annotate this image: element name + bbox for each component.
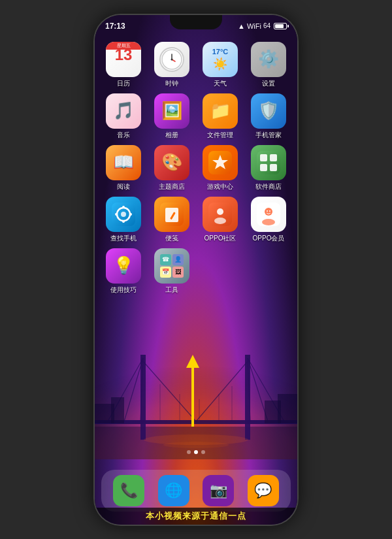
app-label-notes: 便笺	[165, 234, 178, 243]
app-calendar[interactable]: 星期五 13 日历	[101, 42, 146, 88]
page-dot-1	[187, 450, 191, 454]
svg-rect-33	[260, 164, 267, 171]
svg-marker-54	[186, 355, 199, 368]
svg-point-40	[115, 213, 118, 216]
app-label-tools: 工具	[165, 286, 178, 295]
app-oppomember[interactable]: OPPO会员	[246, 197, 291, 243]
app-oppocommunity[interactable]: OPPO社区	[198, 197, 242, 243]
app-settings[interactable]: ⚙️ 设置	[246, 42, 291, 88]
app-label-oppocommunity: OPPO社区	[204, 234, 237, 243]
svg-rect-21	[278, 394, 297, 423]
themes-palette-icon: 🎨	[161, 152, 182, 172]
svg-rect-19	[111, 397, 124, 423]
app-tools[interactable]: ☎ 👤 📅 🖼 工具	[150, 248, 194, 295]
sms-icon: 💬	[254, 482, 272, 499]
svg-point-23	[163, 442, 229, 448]
app-security[interactable]: 🛡️ 手机管家	[246, 93, 291, 140]
status-time: 17:13	[105, 22, 125, 31]
dock-browser[interactable]: 🌐	[158, 475, 189, 506]
dock-camera[interactable]: 📷	[203, 475, 234, 506]
svg-point-46	[217, 208, 223, 215]
page-dot-2	[194, 450, 198, 454]
signal-icon: ▲	[238, 22, 245, 30]
app-label-read: 阅读	[117, 182, 130, 191]
svg-point-39	[122, 220, 125, 223]
app-themes[interactable]: 🎨 主题商店	[150, 145, 194, 191]
yellow-arrow	[183, 355, 203, 433]
app-tips[interactable]: 💡 使用技巧	[101, 248, 146, 295]
dock-sms[interactable]: 💬	[248, 475, 279, 506]
app-label-appstore: 软件商店	[255, 182, 282, 191]
page-dots	[95, 450, 297, 454]
app-label-tips: 使用技巧	[110, 286, 137, 295]
weather-sun-icon: ☀️	[213, 57, 227, 71]
gallery-photo-icon: 🖼️	[161, 101, 182, 121]
app-label-security: 手机管家	[255, 131, 282, 140]
dock-phone[interactable]: 📞	[113, 475, 144, 506]
app-grid: 星期五 13 日历 时钟	[95, 38, 297, 299]
weather-temp: 17°C	[212, 48, 229, 56]
app-music[interactable]: 🎵 音乐	[101, 93, 146, 140]
svg-rect-43	[165, 208, 178, 222]
tools-folder-grid: ☎ 👤 📅 🖼	[160, 254, 184, 278]
read-book-icon: 📖	[113, 152, 134, 172]
app-label-calendar: 日历	[117, 79, 130, 88]
wifi-icon: WiFi	[247, 22, 261, 30]
phone-screen: 17:13 ▲ WiFi 64 星期五 13 日历	[95, 15, 297, 525]
svg-point-27	[171, 58, 173, 60]
svg-rect-34	[270, 164, 277, 171]
svg-point-38	[122, 206, 125, 208]
app-label-weather: 天气	[214, 79, 227, 88]
app-label-findphone: 查找手机	[110, 234, 137, 243]
app-read[interactable]: 📖 阅读	[101, 145, 146, 191]
battery-label: 64	[263, 22, 270, 29]
camera-icon: 📷	[210, 482, 227, 499]
app-label-files: 文件管理	[207, 131, 233, 140]
clock-face	[159, 47, 184, 72]
svg-point-49	[265, 208, 272, 216]
bottom-caption: 本小视频来源于通信一点	[95, 508, 297, 525]
app-label-settings: 设置	[262, 79, 275, 88]
svg-rect-32	[270, 154, 277, 161]
app-label-clock: 时钟	[165, 79, 178, 88]
phone-icon: 📞	[120, 482, 138, 499]
files-folder-icon: 📁	[210, 101, 231, 121]
app-games[interactable]: 游戏中心	[198, 145, 242, 191]
page-dot-3	[201, 450, 205, 454]
app-findphone[interactable]: 查找手机	[101, 197, 146, 243]
svg-point-37	[121, 212, 126, 217]
browser-icon: 🌐	[165, 482, 182, 499]
app-label-themes: 主题商店	[159, 182, 185, 191]
svg-rect-31	[260, 154, 267, 161]
app-clock[interactable]: 时钟	[150, 42, 194, 88]
svg-rect-30	[257, 151, 280, 174]
svg-point-41	[129, 213, 132, 216]
settings-gear-icon: ⚙️	[258, 49, 279, 69]
security-shield-icon: 🛡️	[258, 101, 279, 121]
app-label-games: 游戏中心	[207, 182, 233, 191]
app-label-gallery: 相册	[165, 131, 178, 140]
calendar-header: 星期五	[106, 42, 141, 50]
svg-point-51	[267, 210, 268, 212]
app-label-oppomember: OPPO会员	[253, 234, 285, 243]
app-label-music: 音乐	[117, 131, 130, 140]
music-note-icon: 🎵	[113, 101, 134, 121]
status-icons: ▲ WiFi 64	[238, 22, 287, 30]
tips-bulb-icon: 💡	[113, 255, 134, 276]
battery-icon	[274, 23, 287, 29]
svg-point-50	[262, 219, 275, 225]
bottom-dock: 📞 🌐 📷 💬	[101, 470, 291, 512]
app-weather[interactable]: 17°C ☀️ 天气	[198, 42, 242, 88]
phone-frame: 17:13 ▲ WiFi 64 星期五 13 日历	[95, 15, 297, 525]
app-notes[interactable]: 便笺	[150, 197, 194, 243]
svg-point-52	[269, 210, 270, 212]
app-appstore[interactable]: 软件商店	[246, 145, 291, 191]
svg-point-47	[214, 218, 226, 224]
notch	[170, 15, 222, 29]
app-gallery[interactable]: 🖼️ 相册	[150, 93, 194, 140]
app-files[interactable]: 📁 文件管理	[198, 93, 242, 140]
